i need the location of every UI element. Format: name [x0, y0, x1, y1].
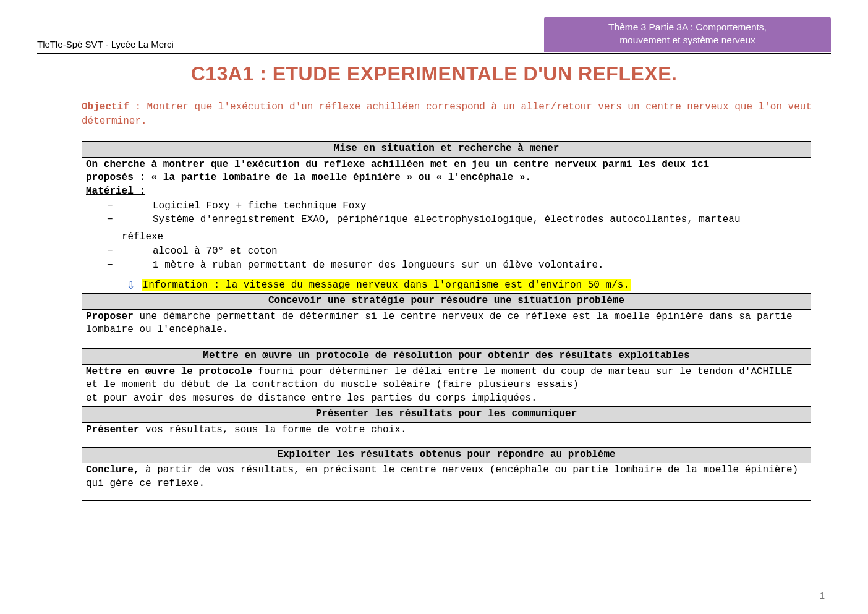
concevoir-text: une démarche permettant de déterminer si…	[86, 311, 793, 336]
information-highlight: Information : la vitesse du message nerv…	[142, 279, 631, 291]
materiel-item-3: alcool à 70° et coton	[103, 245, 807, 258]
materiel-item-1: Logiciel Foxy + fiche technique Foxy	[103, 200, 807, 213]
materiel-item-4: 1 mètre à ruban permettant de mesurer de…	[103, 259, 807, 273]
materiel-list-cont: alcool à 70° et coton 1 mètre à ruban pe…	[103, 245, 807, 272]
presenter-text: vos résultats, sous la forme de votre ch…	[139, 424, 406, 435]
header-rule	[37, 53, 831, 54]
page-header: TleTle-Spé SVT - Lycée La Merci Thème 3 …	[37, 17, 831, 52]
materiel-label: Matériel :	[86, 185, 807, 198]
header-left: TleTle-Spé SVT - Lycée La Merci	[37, 39, 544, 52]
section-exploiter-body: Conclure, à partir de vos résultats, en …	[82, 463, 811, 501]
exploiter-text: à partir de vos résultats, en précisant …	[86, 464, 798, 489]
exploiter-bold: Conclure,	[86, 464, 139, 475]
mise-intro-line2: proposés : « la partie lombaire de la mo…	[86, 172, 531, 183]
document-title: C13A1 : ETUDE EXPERIMENTALE D'UN REFLEXE…	[37, 62, 831, 85]
section-concevoir-body: Proposer une démarche permettant de déte…	[82, 309, 811, 348]
objectif-paragraph: Objectif : Montrer que l'exécution d'un …	[82, 100, 823, 129]
main-table: Mise en situation et recherche à mener O…	[82, 141, 811, 501]
objectif-text: : Montrer que l'exécution d'un réflexe a…	[82, 101, 812, 127]
section-mise-header: Mise en situation et recherche à mener	[82, 142, 811, 158]
information-row: Information : la vitesse du message nerv…	[126, 279, 807, 292]
section-concevoir-header: Concevoir une stratégie pour résoudre un…	[82, 294, 811, 310]
materiel-item-2: Système d'enregistrement EXAO, périphéri…	[103, 213, 807, 227]
header-theme-line1: Thème 3 Partie 3A : Comportements,	[608, 22, 767, 32]
arrow-down-icon	[126, 279, 135, 292]
concevoir-bold: Proposer	[86, 311, 134, 322]
section-mettre-body: Mettre en œuvre le protocole fourni pour…	[82, 364, 811, 407]
objectif-label: Objectif	[82, 101, 129, 113]
section-presenter-body: Présenter vos résultats, sous la forme d…	[82, 422, 811, 447]
section-mettre-header: Mettre en œuvre un protocole de résoluti…	[82, 348, 811, 364]
header-theme-line2: mouvement et système nerveux	[619, 35, 755, 45]
mise-intro-line1: On cherche à montrer que l'exécution du …	[86, 159, 709, 170]
materiel-list: Logiciel Foxy + fiche technique Foxy Sys…	[103, 200, 807, 227]
section-mise-body: On cherche à montrer que l'exécution du …	[82, 157, 811, 293]
materiel-item-2-cont: réflexe	[86, 231, 807, 244]
presenter-bold: Présenter	[86, 424, 139, 435]
section-presenter-header: Présenter les résultats pour les communi…	[82, 407, 811, 423]
section-exploiter-header: Exploiter les résultats obtenus pour rép…	[82, 447, 811, 463]
mettre-text2: et pour avoir des mesures de distance en…	[86, 393, 537, 404]
page-number: 1	[820, 590, 825, 600]
header-theme-box: Thème 3 Partie 3A : Comportements, mouve…	[544, 17, 831, 52]
mettre-bold: Mettre en œuvre le protocole	[86, 366, 252, 377]
